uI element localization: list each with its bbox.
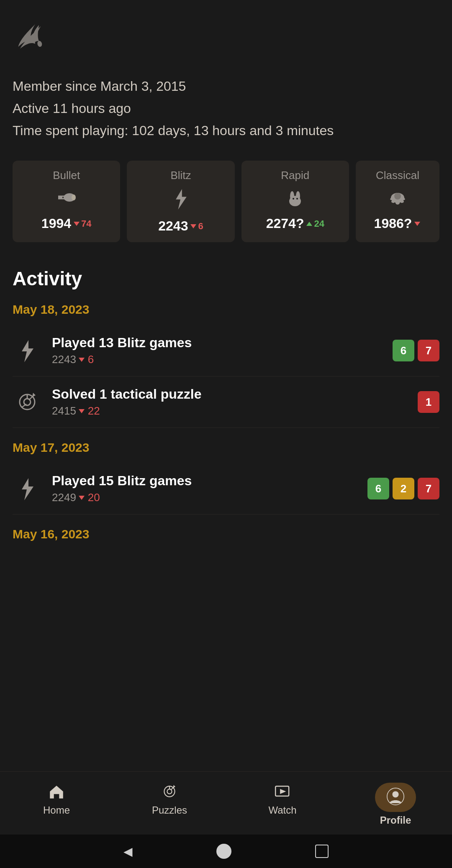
- member-info: Member since March 3, 2015 Active 11 hou…: [13, 77, 439, 140]
- badge-green-6: 6: [393, 340, 414, 361]
- rating-card-rapid[interactable]: Rapid 2274? 24: [241, 161, 349, 242]
- nav-profile-label: Profile: [380, 814, 411, 826]
- svg-point-9: [291, 196, 299, 203]
- profile-icon-bg: [375, 783, 416, 812]
- svg-point-13: [394, 193, 401, 200]
- bullet-value: 1994 74: [41, 216, 92, 231]
- puzzle-may18-badges: 1: [418, 391, 439, 413]
- watch-icon: [274, 783, 291, 802]
- svg-point-10: [293, 198, 294, 200]
- rating-card-blitz[interactable]: Blitz 2243 6: [127, 161, 234, 242]
- activity-blitz-may18[interactable]: Played 13 Blitz games 2243 6 6 7: [13, 325, 439, 376]
- classical-label: Classical: [376, 169, 419, 182]
- blitz-label: Blitz: [170, 169, 191, 182]
- home-button[interactable]: [216, 844, 231, 859]
- blitz-may18-info: Played 13 Blitz games 2243 6: [52, 335, 383, 366]
- member-time-spent: Time spent playing: 102 days, 13 hours a…: [13, 121, 439, 140]
- classical-icon: [387, 187, 408, 211]
- rating-card-classical[interactable]: Classical 1986?: [356, 161, 439, 242]
- nav-home-label: Home: [43, 804, 70, 816]
- rating-cards: Bullet 1994 74 Blitz: [13, 161, 439, 242]
- classical-change: [414, 222, 421, 226]
- classical-value: 1986?: [374, 216, 421, 231]
- date-header-may17: May 17, 2023: [13, 440, 439, 455]
- nav-puzzles-label: Puzzles: [152, 804, 187, 816]
- member-since: Member since March 3, 2015: [13, 77, 439, 96]
- home-icon: [48, 783, 65, 802]
- badge-green-6b: 6: [367, 478, 389, 499]
- nav-profile[interactable]: Profile: [339, 778, 452, 830]
- svg-point-28: [392, 791, 398, 797]
- svg-point-0: [37, 40, 43, 47]
- badge-red-7: 7: [418, 340, 439, 361]
- blitz-may18-sub: 2243 6: [52, 353, 383, 366]
- svg-point-11: [296, 198, 298, 200]
- badge-red-7b: 7: [418, 478, 439, 499]
- blitz-may17-info: Played 15 Blitz games 2249 20: [52, 473, 357, 504]
- badge-yellow-2: 2: [393, 478, 414, 499]
- bullet-label: Bullet: [53, 169, 80, 182]
- rapid-label: Rapid: [281, 169, 309, 182]
- bullet-icon: [56, 187, 77, 211]
- activity-title: Activity: [13, 267, 439, 290]
- puzzle-activity-icon: [13, 387, 42, 417]
- activity-section: Activity May 18, 2023 Played 13 Blitz ga…: [13, 267, 439, 541]
- recents-button[interactable]: [315, 845, 329, 858]
- logo-area: [13, 17, 439, 56]
- back-button[interactable]: ◀: [123, 845, 133, 858]
- blitz-change: 6: [190, 221, 203, 232]
- puzzle-may18-sub: 2415 22: [52, 405, 408, 417]
- rating-card-bullet[interactable]: Bullet 1994 74: [13, 161, 120, 242]
- blitz-activity-icon: [13, 336, 42, 365]
- activity-puzzle-may18[interactable]: Solved 1 tactical puzzle 2415 22 1: [13, 376, 439, 428]
- blitz-may17-icon: [13, 474, 42, 503]
- puzzles-icon: [161, 783, 178, 802]
- date-header-may18: May 18, 2023: [13, 302, 439, 317]
- rapid-change: 24: [306, 218, 324, 229]
- member-active: Active 11 hours ago: [13, 99, 439, 118]
- bottom-nav: Home Puzzles Watch: [0, 771, 452, 835]
- blitz-may18-badges: 6 7: [393, 340, 439, 361]
- nav-puzzles[interactable]: Puzzles: [113, 778, 226, 830]
- nav-watch-label: Watch: [268, 804, 296, 816]
- main-content: Member since March 3, 2015 Active 11 hou…: [0, 0, 452, 633]
- bullet-change: 74: [74, 218, 91, 229]
- blitz-value: 2243 6: [158, 218, 203, 234]
- rapid-icon: [285, 187, 306, 211]
- blitz-icon: [171, 187, 190, 213]
- puzzle-may18-title: Solved 1 tactical puzzle: [52, 387, 408, 402]
- blitz-may18-title: Played 13 Blitz games: [52, 335, 383, 351]
- svg-point-14: [396, 201, 400, 205]
- svg-marker-26: [280, 789, 286, 794]
- svg-point-5: [72, 195, 76, 200]
- blitz-may17-badges: 6 2 7: [367, 478, 439, 499]
- blitz-may17-title: Played 15 Blitz games: [52, 473, 357, 489]
- lichess-logo-icon: [13, 17, 50, 54]
- nav-watch[interactable]: Watch: [226, 778, 339, 830]
- system-nav: ◀: [0, 835, 452, 868]
- date-header-may16: May 16, 2023: [13, 527, 439, 541]
- puzzle-may18-info: Solved 1 tactical puzzle 2415 22: [52, 387, 408, 417]
- rapid-value: 2274? 24: [266, 216, 324, 231]
- nav-home[interactable]: Home: [0, 778, 113, 830]
- activity-blitz-may17[interactable]: Played 15 Blitz games 2249 20 6 2 7: [13, 463, 439, 515]
- blitz-may17-sub: 2249 20: [52, 491, 357, 504]
- badge-red-1: 1: [418, 391, 439, 413]
